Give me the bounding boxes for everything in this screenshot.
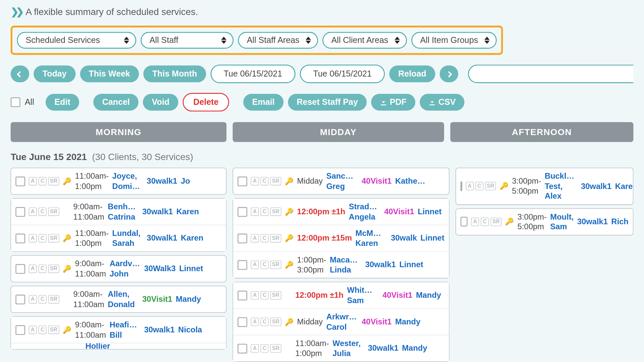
staff[interactable]: Jo: [181, 176, 190, 186]
row-checkbox[interactable]: [16, 325, 25, 335]
badge-sr[interactable]: SR: [270, 291, 281, 299]
email-button[interactable]: Email: [243, 94, 284, 111]
delete-button[interactable]: Delete: [183, 93, 229, 111]
client[interactable]: Aardv…John: [109, 259, 140, 279]
service-card[interactable]: A C SR 🔑 Midday Sanch…Greg 40Visit1Kathe…: [233, 168, 449, 195]
service-card[interactable]: A C SR 🔑 9:00am-11:00am Aardv…John 30Wal…: [11, 255, 227, 282]
badge-c[interactable]: C: [260, 291, 268, 299]
service[interactable]: 30Walk3: [144, 264, 176, 274]
prev-button[interactable]: [11, 66, 29, 83]
filter-item-groups[interactable]: All Item Groups: [411, 32, 497, 49]
client[interactable]: Buckla…Test,Alex: [545, 171, 577, 201]
row-checkbox[interactable]: [238, 290, 247, 300]
staff[interactable]: Linnet: [418, 207, 442, 217]
service[interactable]: 30walk1: [368, 343, 399, 353]
client[interactable]: McM…Karen: [356, 228, 388, 248]
row-checkbox[interactable]: [16, 264, 25, 273]
staff[interactable]: Mandy: [395, 317, 420, 327]
service-card[interactable]: A C SR 🔑 11:00am-1:00pm Joyce,Domi… 30wa…: [11, 168, 227, 195]
service[interactable]: 40Visit1: [383, 290, 412, 300]
client[interactable]: Heafie…Bill: [109, 320, 140, 340]
row-checkbox[interactable]: [16, 176, 25, 186]
badge-a[interactable]: A: [29, 295, 37, 303]
filter-service[interactable]: Scheduled Services: [17, 32, 136, 49]
badge-sr[interactable]: SR: [270, 177, 281, 185]
row-checkbox[interactable]: [238, 317, 247, 327]
service[interactable]: 30walk1: [147, 176, 177, 186]
badge-a[interactable]: A: [29, 265, 37, 273]
void-button[interactable]: Void: [143, 94, 178, 111]
staff[interactable]: Kare: [615, 181, 633, 191]
service[interactable]: 30walk: [391, 233, 417, 243]
select-all-checkbox[interactable]: [11, 97, 20, 107]
service-card[interactable]: A C SR 🔑 3:00pm-5:00pm Moult,Sam 30walk1…: [455, 208, 633, 235]
service[interactable]: 40Visit1: [362, 317, 392, 327]
badge-c[interactable]: C: [39, 208, 47, 216]
service[interactable]: 30Visit1: [142, 294, 172, 304]
badge-c[interactable]: C: [39, 265, 47, 273]
badge-a[interactable]: A: [251, 234, 259, 242]
badge-c[interactable]: C: [475, 182, 483, 190]
badge-a[interactable]: A: [251, 208, 259, 216]
service-card[interactable]: A C SR 🔑 12:00pm ±1h Strad…Angela 40Visi…: [233, 199, 449, 225]
badge-sr[interactable]: SR: [48, 295, 59, 303]
badge-c[interactable]: C: [39, 177, 47, 185]
badge-c[interactable]: C: [260, 344, 268, 353]
client[interactable]: Whit…Sam: [347, 285, 379, 305]
service-card[interactable]: A C SR 🔑 9:00am-11:00am Heafie…Bill 30wa…: [11, 317, 226, 343]
client[interactable]: Moult,Sam: [550, 212, 573, 232]
client[interactable]: Allen,Donald: [108, 289, 139, 309]
badge-sr[interactable]: SR: [491, 218, 502, 226]
cancel-button[interactable]: Cancel: [93, 94, 139, 111]
badge-c[interactable]: C: [260, 234, 268, 242]
staff[interactable]: Nicola: [178, 325, 202, 335]
service-card[interactable]: A C SR 🔑 3:00pm-5:00pm Buckla…Test,Alex …: [455, 168, 633, 205]
client[interactable]: Hollier: [85, 343, 110, 349]
search-input[interactable]: [468, 65, 633, 83]
badge-a[interactable]: A: [29, 208, 37, 216]
staff[interactable]: Rich: [611, 217, 629, 227]
edit-button[interactable]: Edit: [46, 94, 79, 111]
service[interactable]: 30walk1: [581, 181, 611, 191]
csv-button[interactable]: CSV: [420, 94, 464, 111]
service[interactable]: 30walk1: [147, 233, 177, 243]
badge-sr[interactable]: SR: [48, 265, 59, 273]
staff[interactable]: Mandy: [176, 294, 201, 304]
service-card[interactable]: A C SR 🔑 1:00pm-3:00pm Macau…Linda 30wal…: [233, 251, 449, 278]
badge-c[interactable]: C: [260, 177, 268, 185]
client[interactable]: Wester,Julia: [333, 338, 365, 358]
client[interactable]: Arkwri…Carol: [326, 312, 358, 332]
row-checkbox[interactable]: [460, 181, 462, 191]
service-card[interactable]: A C SR 11:00am-1:00pm Wester,Julia 30wal…: [233, 335, 449, 362]
badge-a[interactable]: A: [466, 182, 474, 190]
staff[interactable]: Mandy: [416, 290, 441, 300]
row-checkbox[interactable]: [238, 260, 247, 270]
service-card[interactable]: A C SR 12:00pm ±1h Whit…Sam 40Visit1Mand…: [233, 282, 449, 308]
badge-c[interactable]: C: [260, 208, 268, 216]
badge-sr[interactable]: SR: [270, 344, 281, 353]
staff[interactable]: Linnet: [420, 233, 444, 243]
service-card[interactable]: Hollier: [11, 343, 226, 349]
staff[interactable]: Linnet: [399, 260, 423, 270]
service[interactable]: 30walk1: [144, 325, 175, 335]
badge-c[interactable]: C: [39, 326, 47, 334]
service-card[interactable]: A C SR 9:00am-11:00am Allen,Donald 30Vis…: [11, 286, 227, 313]
client[interactable]: Strad…Angela: [349, 202, 381, 222]
client[interactable]: Benha…Catrina: [108, 202, 139, 222]
badge-a[interactable]: A: [251, 344, 259, 353]
staff[interactable]: Mandy: [402, 343, 427, 353]
badge-c[interactable]: C: [260, 261, 268, 269]
badge-sr[interactable]: SR: [485, 182, 496, 190]
badge-sr[interactable]: SR: [270, 318, 281, 326]
row-checkbox[interactable]: [238, 233, 247, 243]
this-month-button[interactable]: This Month: [143, 66, 206, 83]
pdf-button[interactable]: PDF: [371, 94, 415, 111]
service[interactable]: 30walk1: [577, 217, 608, 227]
badge-a[interactable]: A: [29, 177, 37, 185]
date-to-input[interactable]: Tue 06/15/2021: [300, 65, 385, 83]
badge-a[interactable]: A: [29, 234, 37, 242]
badge-c[interactable]: C: [39, 295, 47, 303]
filter-staff-areas[interactable]: All Staff Areas: [238, 32, 318, 49]
reset-staff-pay-button[interactable]: Reset Staff Pay: [288, 94, 367, 111]
row-checkbox[interactable]: [238, 344, 247, 353]
